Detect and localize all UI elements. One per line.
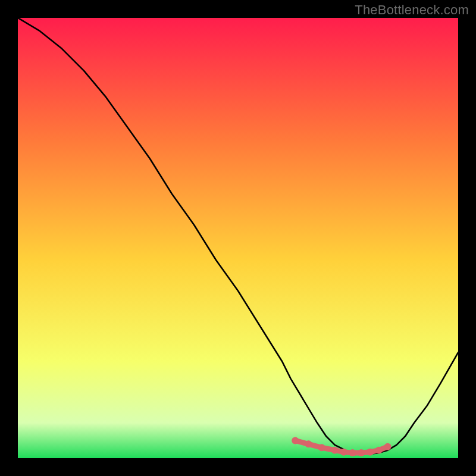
optimal-marker-dot (340, 449, 347, 456)
optimal-marker-dot (331, 447, 339, 454)
optimal-marker-dot (292, 437, 299, 444)
optimal-marker-dot (367, 449, 374, 456)
chart-svg (18, 18, 458, 458)
plot-area (18, 18, 458, 458)
optimal-marker-dot (384, 443, 392, 450)
watermark-text: TheBottleneck.com (355, 2, 469, 18)
optimal-marker-dot (358, 449, 365, 456)
optimal-marker-dot (305, 440, 312, 447)
optimal-marker-dot (349, 449, 356, 456)
optimal-marker-dot (318, 444, 325, 451)
optimal-marker-dot (375, 447, 383, 454)
gradient-background (18, 18, 458, 458)
chart-frame: TheBottleneck.com (0, 0, 476, 476)
